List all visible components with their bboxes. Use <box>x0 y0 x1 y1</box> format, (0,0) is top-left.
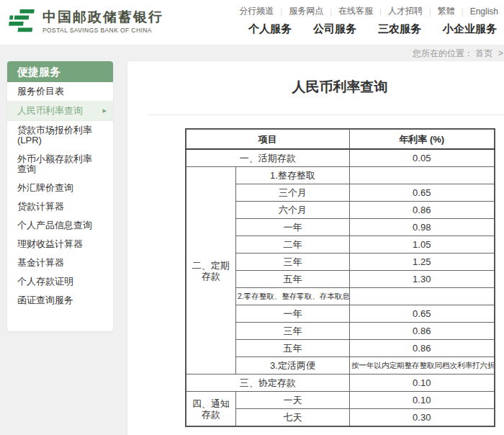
table-row-13: 三、协定存款0.10 <box>186 375 495 392</box>
table-row-14: 四、通知存款一天0.10 <box>186 392 495 409</box>
topbar-link-2[interactable]: 在线客服 <box>338 5 373 17</box>
table-cell: 三年 <box>236 323 350 340</box>
table-cell: 1.30 <box>350 271 495 288</box>
nav-item-1[interactable]: 公司服务 <box>313 22 356 36</box>
active-item-arrow-icon: ▶ <box>103 106 107 116</box>
main-content: 人民币利率查询 项目 年利率 (%) 一、活期存款0.05二、定期存款1.整存整… <box>127 61 504 435</box>
table-cell: 0.86 <box>350 323 495 340</box>
table-row-0: 一、活期存款0.05 <box>186 149 495 167</box>
topbar-link-4[interactable]: 繁體 <box>438 5 455 17</box>
bank-name-en: POSTAL SAVINGS BANK OF CHINA <box>42 27 163 34</box>
table-cell: 3.定活两便 <box>236 357 350 375</box>
topbar-link-0[interactable]: 分行频道 <box>239 5 274 17</box>
topbar-separator: | <box>280 7 282 16</box>
table-header-row: 项目 年利率 (%) <box>186 129 495 149</box>
sidebar-item-10[interactable]: 函证查询服务 <box>7 291 113 310</box>
breadcrumb-home-link[interactable]: 首页 <box>475 48 492 58</box>
table-cell: 按一年以内定期整存整取同档次利率打六折 <box>350 357 495 375</box>
breadcrumb-prefix: 您所在的位置： <box>413 48 473 58</box>
interest-rate-table: 项目 年利率 (%) 一、活期存款0.05二、定期存款1.整存整取三个月0.65… <box>185 128 495 427</box>
table-cell: 五年 <box>236 340 350 357</box>
table-cell: 二年 <box>236 236 350 254</box>
logo-text: 中国邮政储蓄银行 POSTAL SAVINGS BANK OF CHINA <box>42 9 163 34</box>
bank-name-cn: 中国邮政储蓄银行 <box>42 9 163 25</box>
table-cell: 1.整存整取 <box>236 167 350 184</box>
topbar-link-5[interactable]: English <box>470 6 498 17</box>
table-cell <box>350 288 495 305</box>
table-cell: 0.86 <box>350 340 495 357</box>
topbar-separator: | <box>429 7 431 16</box>
table-cell: 一年 <box>236 305 350 323</box>
bank-logo[interactable]: 中国邮政储蓄银行 POSTAL SAVINGS BANK OF CHINA <box>9 6 163 37</box>
topbar-separator: | <box>462 7 464 16</box>
topbar-separator: | <box>379 7 382 16</box>
topbar-link-1[interactable]: 服务网点 <box>289 5 323 17</box>
sidebar-item-2[interactable]: 贷款市场报价利率 (LPR) <box>7 121 113 150</box>
sidebar-item-0[interactable]: 服务价目表 <box>7 82 113 102</box>
table-body: 一、活期存款0.05二、定期存款1.整存整取三个月0.65六个月0.86一年0.… <box>186 149 495 426</box>
table-cell-category: 三、协定存款 <box>186 375 350 392</box>
table-header: 项目 年利率 (%) <box>186 129 495 149</box>
sidebar-item-8[interactable]: 基金计算器 <box>7 254 113 272</box>
table-cell: 0.10 <box>350 392 495 409</box>
table-cell: 0.65 <box>350 305 495 323</box>
topbar-links: 分行频道|服务网点|在线客服|人才招聘|繁體|English <box>239 5 498 17</box>
table-cell: 七天 <box>236 409 350 427</box>
nav-item-0[interactable]: 个人服务 <box>248 22 292 36</box>
topbar-link-3[interactable]: 人才招聘 <box>388 5 423 17</box>
main-nav: 个人服务公司服务三农服务小企业服务 <box>248 22 497 36</box>
table-cell: 六个月 <box>236 202 350 219</box>
table-cell: 0.10 <box>350 375 495 392</box>
topbar-separator: | <box>330 7 332 16</box>
table-cell: 三个月 <box>236 184 350 202</box>
table-cell: 2.零存整取、整存零取、存本取息 <box>236 288 350 305</box>
nav-item-2[interactable]: 三农服务 <box>378 22 421 36</box>
page-title: 人民币利率查询 <box>127 79 504 95</box>
sidebar-item-9[interactable]: 个人存款证明 <box>7 272 113 291</box>
sidebar-item-4[interactable]: 外汇牌价查询 <box>7 179 113 197</box>
table-cell: 三年 <box>236 254 350 271</box>
sidebar: 便捷服务 服务价目表人民币利率查询▶贷款市场报价利率 (LPR)外币小额存款利率… <box>7 61 113 331</box>
psbc-logo-icon <box>9 6 36 37</box>
table-cell: 0.86 <box>350 202 495 219</box>
breadcrumb-separator: > <box>498 48 503 58</box>
sidebar-title: 便捷服务 <box>7 61 113 82</box>
column-header-rate: 年利率 (%) <box>350 129 495 149</box>
table-cell-category: 四、通知存款 <box>186 392 236 427</box>
sidebar-item-1[interactable]: 人民币利率查询▶ <box>7 102 113 121</box>
table-cell: 一年 <box>236 219 350 236</box>
table-cell: 0.05 <box>350 149 495 167</box>
table-row-1: 二、定期存款1.整存整取 <box>186 167 495 184</box>
page: 中国邮政储蓄银行 POSTAL SAVINGS BANK OF CHINA 分行… <box>0 0 504 435</box>
title-divider <box>148 115 504 115</box>
table-cell <box>350 167 495 184</box>
table-cell: 0.98 <box>350 219 495 236</box>
table-cell-category: 二、定期存款 <box>186 167 236 375</box>
table-cell: 1.05 <box>350 236 495 254</box>
column-header-item: 项目 <box>186 129 350 149</box>
nav-item-3[interactable]: 小企业服务 <box>443 22 497 36</box>
table-cell: 五年 <box>236 271 350 288</box>
table-cell: 0.65 <box>350 184 495 202</box>
sidebar-item-6[interactable]: 个人产品信息查询 <box>7 216 113 235</box>
sidebar-item-3[interactable]: 外币小额存款利率查询 <box>7 150 113 179</box>
breadcrumb: 您所在的位置： 首页 > 便捷服务 <box>413 48 504 60</box>
table-cell: 0.30 <box>350 409 495 427</box>
table-cell-category: 一、活期存款 <box>186 149 350 167</box>
sidebar-item-5[interactable]: 贷款计算器 <box>7 197 113 216</box>
sidebar-item-7[interactable]: 理财收益计算器 <box>7 235 113 254</box>
sidebar-menu: 服务价目表人民币利率查询▶贷款市场报价利率 (LPR)外币小额存款利率查询外汇牌… <box>7 82 113 310</box>
table-cell: 一天 <box>236 392 350 409</box>
table-cell: 1.25 <box>350 254 495 271</box>
site-header: 中国邮政储蓄银行 POSTAL SAVINGS BANK OF CHINA 分行… <box>0 0 504 45</box>
